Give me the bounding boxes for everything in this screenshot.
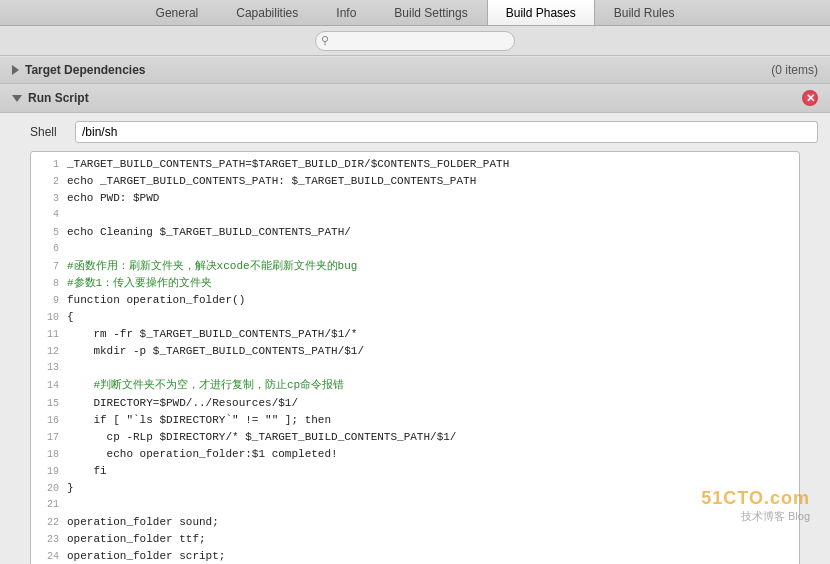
- line-number: 11: [31, 327, 59, 343]
- tab-build-phases[interactable]: Build Phases: [487, 0, 595, 25]
- line-number: 16: [31, 413, 59, 429]
- code-line: 19 fi: [31, 463, 799, 480]
- run-script-triangle-icon: [12, 95, 22, 102]
- watermark: 51CTO.com 技术博客 Blog: [701, 488, 810, 524]
- line-text: echo Cleaning $_TARGET_BUILD_CONTENTS_PA…: [67, 224, 351, 241]
- code-line: 23operation_folder ttf;: [31, 531, 799, 548]
- line-text: rm -fr $_TARGET_BUILD_CONTENTS_PATH/$1/*: [67, 326, 357, 343]
- line-text: echo PWD: $PWD: [67, 190, 159, 207]
- code-line: 10{: [31, 309, 799, 326]
- line-number: 10: [31, 310, 59, 326]
- tab-bar: GeneralCapabilitiesInfoBuild SettingsBui…: [0, 0, 830, 26]
- line-text: #判断文件夹不为空，才进行复制，防止cp命令报错: [67, 377, 344, 394]
- line-text: #函数作用：刷新文件夹，解决xcode不能刷新文件夹的bug: [67, 258, 357, 275]
- target-dependencies-section: Target Dependencies (0 items): [0, 56, 830, 84]
- search-input-wrap: ⚲: [315, 31, 515, 51]
- tab-info[interactable]: Info: [317, 0, 375, 25]
- code-line: 17 cp -RLp $DIRECTORY/* $_TARGET_BUILD_C…: [31, 429, 799, 446]
- search-bar: ⚲: [0, 26, 830, 56]
- code-line: 5echo Cleaning $_TARGET_BUILD_CONTENTS_P…: [31, 224, 799, 241]
- search-icon: ⚲: [321, 34, 329, 47]
- shell-input[interactable]: [75, 121, 818, 143]
- code-line: 20}: [31, 480, 799, 497]
- tab-general[interactable]: General: [137, 0, 218, 25]
- line-number: 20: [31, 481, 59, 497]
- line-number: 24: [31, 549, 59, 564]
- collapse-triangle-icon: [12, 65, 19, 75]
- line-text: fi: [67, 463, 107, 480]
- search-input[interactable]: [315, 31, 515, 51]
- target-dependencies-title: Target Dependencies: [25, 63, 771, 77]
- code-editor[interactable]: 1_TARGET_BUILD_CONTENTS_PATH=$TARGET_BUI…: [30, 151, 800, 564]
- line-number: 6: [31, 241, 59, 257]
- shell-label: Shell: [30, 125, 65, 139]
- code-line: 21: [31, 497, 799, 514]
- code-line: 8#参数1：传入要操作的文件夹: [31, 275, 799, 292]
- run-script-close-button[interactable]: ✕: [802, 90, 818, 106]
- line-text: mkdir -p $_TARGET_BUILD_CONTENTS_PATH/$1…: [67, 343, 364, 360]
- tab-build-rules[interactable]: Build Rules: [595, 0, 694, 25]
- line-number: 12: [31, 344, 59, 360]
- code-line: 7#函数作用：刷新文件夹，解决xcode不能刷新文件夹的bug: [31, 258, 799, 275]
- line-text: }: [67, 480, 74, 497]
- line-text: operation_folder script;: [67, 548, 225, 564]
- line-number: 23: [31, 532, 59, 548]
- target-dependencies-header[interactable]: Target Dependencies (0 items): [0, 56, 830, 84]
- line-number: 15: [31, 396, 59, 412]
- code-line: 4: [31, 207, 799, 224]
- line-number: 14: [31, 378, 59, 394]
- code-line: 18 echo operation_folder:$1 completed!: [31, 446, 799, 463]
- watermark-main-text: 51CTO.com: [701, 488, 810, 509]
- code-line: 11 rm -fr $_TARGET_BUILD_CONTENTS_PATH/$…: [31, 326, 799, 343]
- line-number: 2: [31, 174, 59, 190]
- line-number: 19: [31, 464, 59, 480]
- code-content: 1_TARGET_BUILD_CONTENTS_PATH=$TARGET_BUI…: [31, 152, 799, 564]
- code-line: 13: [31, 360, 799, 377]
- line-number: 13: [31, 360, 59, 376]
- line-text: _TARGET_BUILD_CONTENTS_PATH=$TARGET_BUIL…: [67, 156, 509, 173]
- line-number: 1: [31, 157, 59, 173]
- line-text: cp -RLp $DIRECTORY/* $_TARGET_BUILD_CONT…: [67, 429, 456, 446]
- line-number: 9: [31, 293, 59, 309]
- line-text: operation_folder ttf;: [67, 531, 206, 548]
- line-text: echo _TARGET_BUILD_CONTENTS_PATH: $_TARG…: [67, 173, 476, 190]
- target-dependencies-count: (0 items): [771, 63, 818, 77]
- code-line: 6: [31, 241, 799, 258]
- line-number: 7: [31, 259, 59, 275]
- shell-row: Shell: [0, 113, 830, 151]
- line-text: function operation_folder(): [67, 292, 245, 309]
- run-script-header[interactable]: Run Script ✕: [0, 84, 830, 113]
- code-line: 2echo _TARGET_BUILD_CONTENTS_PATH: $_TAR…: [31, 173, 799, 190]
- line-text: operation_folder sound;: [67, 514, 219, 531]
- code-line: 14 #判断文件夹不为空，才进行复制，防止cp命令报错: [31, 377, 799, 394]
- code-line: 1_TARGET_BUILD_CONTENTS_PATH=$TARGET_BUI…: [31, 156, 799, 173]
- tab-capabilities[interactable]: Capabilities: [217, 0, 317, 25]
- code-line: 15 DIRECTORY=$PWD/../Resources/$1/: [31, 395, 799, 412]
- code-line: 24operation_folder script;: [31, 548, 799, 564]
- line-number: 4: [31, 207, 59, 223]
- code-line: 3echo PWD: $PWD: [31, 190, 799, 207]
- line-number: 22: [31, 515, 59, 531]
- code-line: 9function operation_folder(): [31, 292, 799, 309]
- code-line: 16 if [ "`ls $DIRECTORY`" != "" ]; then: [31, 412, 799, 429]
- line-number: 17: [31, 430, 59, 446]
- line-number: 3: [31, 191, 59, 207]
- line-number: 21: [31, 497, 59, 513]
- watermark-sub-text: 技术博客 Blog: [701, 509, 810, 524]
- tab-build-settings[interactable]: Build Settings: [375, 0, 486, 25]
- run-script-title: Run Script: [28, 91, 89, 105]
- line-number: 8: [31, 276, 59, 292]
- app-window: GeneralCapabilitiesInfoBuild SettingsBui…: [0, 0, 830, 564]
- code-line: 12 mkdir -p $_TARGET_BUILD_CONTENTS_PATH…: [31, 343, 799, 360]
- line-text: #参数1：传入要操作的文件夹: [67, 275, 212, 292]
- code-line: 22operation_folder sound;: [31, 514, 799, 531]
- line-text: DIRECTORY=$PWD/../Resources/$1/: [67, 395, 298, 412]
- line-number: 18: [31, 447, 59, 463]
- line-number: 5: [31, 225, 59, 241]
- line-text: echo operation_folder:$1 completed!: [67, 446, 338, 463]
- line-text: {: [67, 309, 74, 326]
- line-text: if [ "`ls $DIRECTORY`" != "" ]; then: [67, 412, 331, 429]
